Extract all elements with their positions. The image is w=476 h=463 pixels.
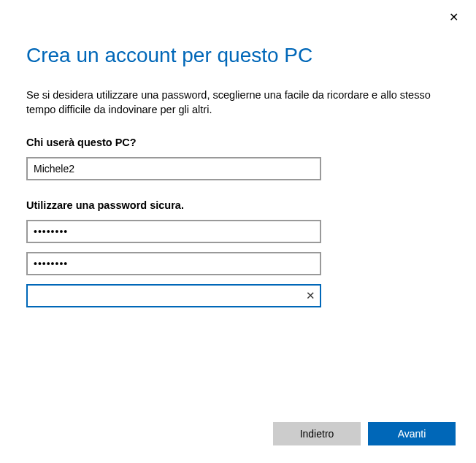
password-hint-input[interactable] (26, 284, 321, 307)
close-icon[interactable]: ✕ (443, 7, 464, 27)
username-input[interactable] (26, 157, 321, 180)
confirm-password-input[interactable] (26, 252, 321, 275)
description-text: Se si desidera utilizzare una password, … (26, 88, 450, 118)
footer-buttons: Indietro Avanti (273, 422, 456, 445)
clear-icon[interactable]: ✕ (306, 289, 315, 302)
password-input[interactable] (26, 220, 321, 243)
back-button[interactable]: Indietro (273, 422, 361, 445)
password-section-label: Utilizzare una password sicura. (26, 199, 450, 211)
hint-input-wrapper: ✕ (26, 284, 321, 307)
page-title: Crea un account per questo PC (26, 44, 450, 67)
next-button[interactable]: Avanti (368, 422, 456, 445)
dialog-container: Crea un account per questo PC Se si desi… (0, 0, 476, 307)
user-section-label: Chi userà questo PC? (26, 137, 450, 148)
